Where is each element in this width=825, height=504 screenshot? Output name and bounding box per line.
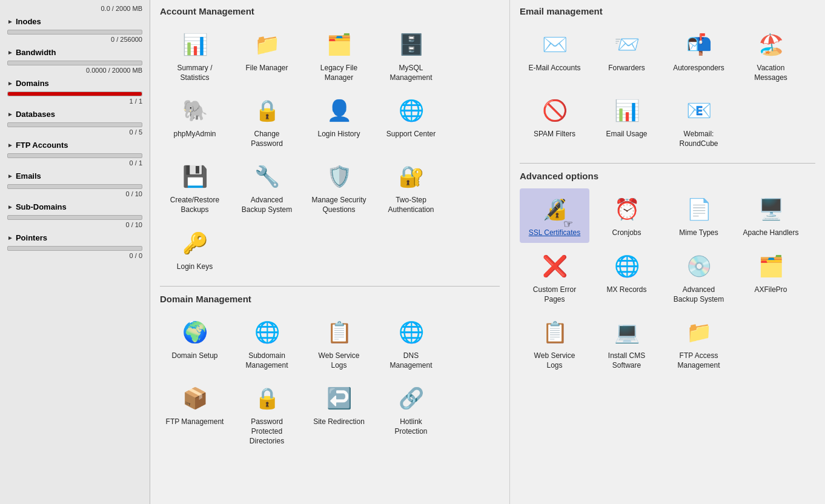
- icon-img-cronjobs: ⏰: [611, 193, 643, 225]
- icon-item-autoresponders[interactable]: 📬Autoresponders: [664, 24, 734, 87]
- icon-label-login-keys: Login Keys: [177, 262, 213, 272]
- sidebar-section-domains[interactable]: ► Domains: [0, 76, 150, 90]
- icon-label-subdomain-mgmt: Subdomain Management: [245, 351, 288, 370]
- icon-item-adv-backup-sys[interactable]: 💿Advanced Backup System: [664, 245, 734, 309]
- icon-item-mysql[interactable]: 🗄️MySQL Management: [376, 24, 446, 87]
- icon-item-hotlink-protection[interactable]: 🔗Hotlink Protection: [376, 377, 446, 451]
- icon-img-spam-filters: 🚫: [539, 94, 571, 126]
- icon-item-email-accounts[interactable]: ✉️E-Mail Accounts: [520, 24, 589, 87]
- icon-item-email-usage[interactable]: 📊Email Usage: [592, 90, 661, 153]
- icon-item-dns-mgmt[interactable]: 🌐DNS Management: [376, 311, 446, 375]
- icon-item-ftp-access[interactable]: 📁FTP Access Management: [664, 311, 734, 375]
- icon-label-manage-security: Manage Security Questions: [311, 196, 366, 214]
- icon-label-email-accounts: E-Mail Accounts: [528, 64, 580, 73]
- icon-label-summary: Summary / Statistics: [177, 64, 212, 82]
- icon-img-login-keys: 🔑: [179, 227, 211, 259]
- icon-item-two-step[interactable]: 🔐Two-Step Authentication: [376, 156, 446, 219]
- sidebar-value-subdomains: 0 / 10: [0, 221, 150, 231]
- icon-img-support-center: 🌐: [396, 94, 427, 126]
- icon-item-create-restore[interactable]: 💾Create/Restore Backups: [160, 156, 230, 219]
- icon-label-domain-setup: Domain Setup: [171, 351, 217, 361]
- sidebar-section-label: FTP Accounts: [16, 141, 68, 150]
- account-management-grid: 📊Summary / Statistics📁File Manager🗂️Lega…: [160, 24, 500, 276]
- sidebar-section-databases[interactable]: ► Databases: [0, 107, 150, 121]
- sidebar-section-label: Pointers: [16, 233, 47, 242]
- icon-item-axfilepro[interactable]: 🗂️AXFilePro: [736, 245, 806, 309]
- icon-item-domain-setup[interactable]: 🌍Domain Setup: [160, 311, 230, 375]
- sidebar-section-ftp[interactable]: ► FTP Accounts: [0, 138, 150, 152]
- icon-item-forwarders[interactable]: 📨Forwarders: [592, 24, 661, 87]
- icon-img-mysql: 🗄️: [396, 28, 427, 60]
- icon-item-custom-error[interactable]: ❌Custom Error Pages: [520, 245, 589, 309]
- arrow-icon: ►: [7, 142, 13, 148]
- icon-item-mx-records[interactable]: 🌐MX Records: [592, 245, 661, 309]
- icon-label-vacation-messages: Vacation Messages: [754, 64, 787, 82]
- advanced-options-grid: 🔏☞SSL Certificates⏰Cronjobs📄Mime Types🖥️…: [520, 188, 815, 375]
- icon-label-install-cms: Install CMS Software: [608, 351, 645, 370]
- icon-item-spam-filters[interactable]: 🚫SPAM Filters: [520, 90, 589, 153]
- icon-item-support-center[interactable]: 🌐Support Center: [376, 90, 446, 153]
- account-management-title: Account Management: [160, 6, 500, 16]
- icon-img-autoresponders: 📬: [683, 28, 715, 60]
- icon-img-custom-error: ❌: [539, 250, 571, 282]
- icon-img-advanced-backup: 🔧: [251, 161, 283, 192]
- icon-img-domain-setup: 🌍: [179, 316, 211, 348]
- icon-img-ftp-access: 📁: [683, 316, 715, 348]
- icon-label-file-manager: File Manager: [245, 64, 288, 73]
- sidebar-value-domains: 1 / 1: [0, 98, 150, 107]
- icon-item-ssl-certs[interactable]: 🔏☞SSL Certificates: [520, 188, 589, 243]
- icon-label-change-password: Change Password: [251, 130, 283, 148]
- sidebar-section-pointers[interactable]: ► Pointers: [0, 231, 150, 245]
- sidebar-section-label: Sub-Domains: [16, 202, 67, 211]
- icon-label-autoresponders: Autoresponders: [673, 64, 724, 73]
- arrow-icon: ►: [7, 18, 13, 25]
- icon-item-password-protected[interactable]: 🔒Password Protected Directories: [232, 377, 302, 451]
- icon-item-login-history[interactable]: 👤Login History: [304, 90, 374, 153]
- arrow-icon: ►: [7, 80, 13, 87]
- sidebar-section-subdomains[interactable]: ► Sub-Domains: [0, 200, 150, 214]
- icon-item-ftp-mgmt[interactable]: 📦FTP Management: [160, 377, 230, 451]
- icon-item-summary[interactable]: 📊Summary / Statistics: [160, 24, 230, 87]
- icon-img-ftp-mgmt: 📦: [179, 382, 211, 414]
- icon-item-install-cms[interactable]: 💻Install CMS Software: [592, 311, 661, 375]
- icon-item-file-manager[interactable]: 📁File Manager: [232, 24, 302, 87]
- icon-img-hotlink-protection: 🔗: [396, 382, 427, 414]
- icon-label-password-protected: Password Protected Directories: [250, 417, 284, 446]
- icon-item-cronjobs[interactable]: ⏰Cronjobs: [592, 188, 661, 243]
- icon-item-login-keys[interactable]: 🔑Login Keys: [160, 222, 230, 277]
- sidebar-section-emails[interactable]: ► Emails: [0, 169, 150, 183]
- icon-img-manage-security: 🛡️: [323, 161, 355, 192]
- icon-item-manage-security[interactable]: 🛡️Manage Security Questions: [304, 156, 374, 219]
- icon-item-phpmyadmin[interactable]: 🐘phpMyAdmin: [160, 90, 230, 153]
- icon-img-summary: 📊: [179, 28, 211, 60]
- icon-img-login-history: 👤: [323, 94, 355, 126]
- sidebar-section-bandwidth[interactable]: ► Bandwidth: [0, 45, 150, 59]
- icon-label-adv-backup-sys: Advanced Backup System: [674, 285, 724, 304]
- sidebar-value-bandwidth: 0.0000 / 20000 MB: [0, 67, 150, 76]
- icon-item-webmail[interactable]: 📧Webmail: RoundCube: [664, 90, 734, 153]
- sidebar-section-label: Bandwidth: [16, 48, 56, 57]
- icon-item-web-service-logs[interactable]: 📋Web Service Logs: [304, 311, 374, 375]
- icon-item-vacation-messages[interactable]: 🏖️Vacation Messages: [736, 24, 806, 87]
- progress-bar-emails: [7, 184, 142, 189]
- icon-item-mime-types[interactable]: 📄Mime Types: [664, 188, 734, 243]
- icon-item-web-service-logs-adv[interactable]: 📋Web Service Logs: [520, 311, 589, 375]
- icon-item-advanced-backup[interactable]: 🔧Advanced Backup System: [232, 156, 302, 219]
- icon-item-apache-handlers[interactable]: 🖥️Apache Handlers: [736, 188, 806, 243]
- icon-img-axfilepro: 🗂️: [755, 250, 787, 282]
- advanced-options-title: Advanced options: [520, 171, 815, 181]
- icon-item-site-redirection[interactable]: ↩️Site Redirection: [304, 377, 374, 451]
- icon-img-subdomain-mgmt: 🌐: [251, 316, 283, 348]
- icon-item-change-password[interactable]: 🔒Change Password: [232, 90, 302, 153]
- icon-img-vacation-messages: 🏖️: [755, 28, 787, 60]
- icon-item-subdomain-mgmt[interactable]: 🌐Subdomain Management: [232, 311, 302, 375]
- sidebar-section-inodes[interactable]: ► Inodes: [0, 15, 150, 28]
- sidebar-value-databases: 0 / 5: [0, 128, 150, 138]
- icon-img-email-accounts: ✉️: [539, 28, 571, 60]
- icon-label-hotlink-protection: Hotlink Protection: [394, 417, 427, 436]
- icon-img-mime-types: 📄: [683, 193, 715, 225]
- icon-label-web-service-logs-adv: Web Service Logs: [534, 351, 575, 370]
- icon-img-apache-handlers: 🖥️: [755, 193, 787, 225]
- icon-label-mx-records: MX Records: [606, 285, 646, 295]
- icon-item-legacy-file-manager[interactable]: 🗂️Legacy File Manager: [304, 24, 374, 87]
